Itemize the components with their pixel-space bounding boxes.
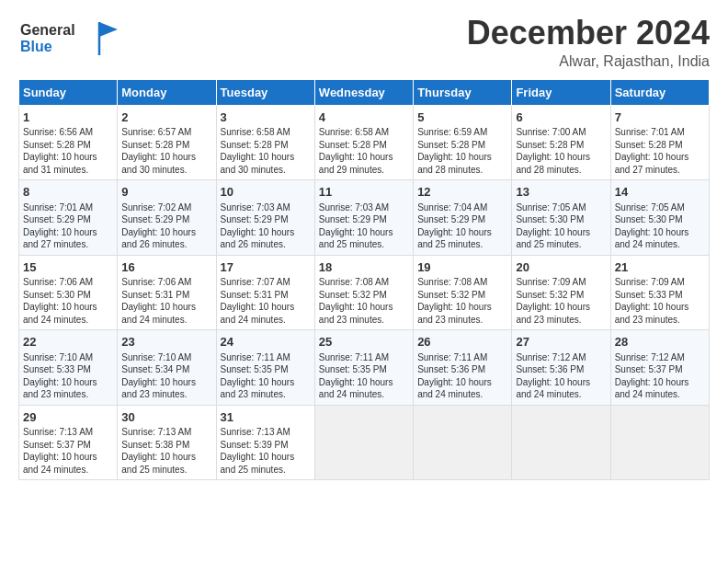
table-row: 3Sunrise: 6:58 AMSunset: 5:28 PMDaylight… bbox=[216, 105, 314, 180]
calendar-week-1: 1Sunrise: 6:56 AMSunset: 5:28 PMDaylight… bbox=[19, 105, 710, 180]
col-wednesday: Wednesday bbox=[314, 79, 413, 105]
sunset-text: Sunset: 5:28 PM bbox=[23, 139, 113, 152]
svg-marker-2 bbox=[99, 22, 118, 37]
table-row: 7Sunrise: 7:01 AMSunset: 5:28 PMDaylight… bbox=[610, 105, 709, 180]
day-number: 7 bbox=[615, 109, 705, 126]
sunset-text: Sunset: 5:36 PM bbox=[417, 363, 507, 376]
daylight-text: Daylight: 10 hours and 28 minutes. bbox=[516, 151, 606, 176]
daylight-text: Daylight: 10 hours and 24 minutes. bbox=[417, 376, 507, 401]
table-row: 23Sunrise: 7:10 AMSunset: 5:34 PMDayligh… bbox=[118, 330, 216, 406]
calendar-body: 1Sunrise: 6:56 AMSunset: 5:28 PMDaylight… bbox=[19, 105, 710, 480]
col-sunday: Sunday bbox=[19, 79, 118, 105]
svg-text:Blue: Blue bbox=[20, 39, 52, 54]
table-row bbox=[512, 405, 610, 480]
daylight-text: Daylight: 10 hours and 27 minutes. bbox=[23, 226, 113, 251]
sunrise-text: Sunrise: 7:00 AM bbox=[516, 126, 606, 139]
table-row: 29Sunrise: 7:13 AMSunset: 5:37 PMDayligh… bbox=[19, 405, 118, 480]
logo: General Blue bbox=[18, 15, 119, 64]
calendar-week-5: 29Sunrise: 7:13 AMSunset: 5:37 PMDayligh… bbox=[19, 405, 710, 480]
calendar-week-3: 15Sunrise: 7:06 AMSunset: 5:30 PMDayligh… bbox=[19, 255, 710, 330]
daylight-text: Daylight: 10 hours and 24 minutes. bbox=[516, 376, 606, 401]
day-number: 2 bbox=[121, 109, 211, 126]
table-row bbox=[314, 405, 413, 480]
title-block: December 2024 Alwar, Rajasthan, India bbox=[467, 15, 710, 70]
sunrise-text: Sunrise: 6:56 AM bbox=[23, 126, 113, 139]
calendar-week-2: 8Sunrise: 7:01 AMSunset: 5:29 PMDaylight… bbox=[19, 180, 710, 256]
sunrise-text: Sunrise: 6:59 AM bbox=[417, 126, 507, 139]
daylight-text: Daylight: 10 hours and 26 minutes. bbox=[121, 226, 211, 251]
sunset-text: Sunset: 5:30 PM bbox=[516, 213, 606, 226]
day-number: 12 bbox=[417, 184, 507, 201]
header: General Blue December 2024 Alwar, Rajast… bbox=[18, 15, 710, 70]
location-title: Alwar, Rajasthan, India bbox=[467, 53, 710, 70]
sunset-text: Sunset: 5:37 PM bbox=[615, 363, 705, 376]
table-row: 20Sunrise: 7:09 AMSunset: 5:32 PMDayligh… bbox=[512, 255, 610, 330]
daylight-text: Daylight: 10 hours and 25 minutes. bbox=[221, 451, 311, 476]
daylight-text: Daylight: 10 hours and 28 minutes. bbox=[417, 151, 507, 176]
day-number: 31 bbox=[221, 409, 311, 426]
day-number: 20 bbox=[516, 259, 606, 276]
sunrise-text: Sunrise: 7:01 AM bbox=[615, 126, 705, 139]
day-number: 23 bbox=[121, 334, 211, 350]
day-number: 15 bbox=[23, 259, 113, 276]
day-number: 11 bbox=[319, 184, 409, 201]
sunrise-text: Sunrise: 7:01 AM bbox=[23, 201, 113, 214]
daylight-text: Daylight: 10 hours and 23 minutes. bbox=[417, 301, 507, 326]
table-row: 10Sunrise: 7:03 AMSunset: 5:29 PMDayligh… bbox=[216, 180, 314, 256]
daylight-text: Daylight: 10 hours and 23 minutes. bbox=[221, 376, 311, 401]
sunset-text: Sunset: 5:33 PM bbox=[615, 289, 705, 302]
sunrise-text: Sunrise: 7:09 AM bbox=[615, 276, 705, 289]
sunrise-text: Sunrise: 7:10 AM bbox=[23, 351, 113, 364]
col-thursday: Thursday bbox=[414, 79, 512, 105]
sunrise-text: Sunrise: 7:11 AM bbox=[221, 351, 311, 364]
daylight-text: Daylight: 10 hours and 25 minutes. bbox=[516, 226, 606, 251]
sunrise-text: Sunrise: 7:13 AM bbox=[221, 426, 311, 439]
sunset-text: Sunset: 5:31 PM bbox=[221, 289, 311, 302]
table-row: 4Sunrise: 6:58 AMSunset: 5:28 PMDaylight… bbox=[314, 105, 413, 180]
sunrise-text: Sunrise: 7:03 AM bbox=[221, 201, 311, 214]
sunrise-text: Sunrise: 7:05 AM bbox=[615, 201, 705, 214]
table-row: 8Sunrise: 7:01 AMSunset: 5:29 PMDaylight… bbox=[19, 180, 118, 256]
day-number: 13 bbox=[516, 184, 606, 201]
sunrise-text: Sunrise: 6:58 AM bbox=[319, 126, 409, 139]
day-number: 26 bbox=[417, 334, 507, 350]
table-row: 11Sunrise: 7:03 AMSunset: 5:29 PMDayligh… bbox=[314, 180, 413, 256]
day-number: 9 bbox=[121, 184, 211, 201]
daylight-text: Daylight: 10 hours and 24 minutes. bbox=[615, 226, 705, 251]
daylight-text: Daylight: 10 hours and 27 minutes. bbox=[615, 151, 705, 176]
table-row: 9Sunrise: 7:02 AMSunset: 5:29 PMDaylight… bbox=[118, 180, 216, 256]
table-row: 21Sunrise: 7:09 AMSunset: 5:33 PMDayligh… bbox=[610, 255, 709, 330]
table-row: 30Sunrise: 7:13 AMSunset: 5:38 PMDayligh… bbox=[118, 405, 216, 480]
sunset-text: Sunset: 5:29 PM bbox=[417, 213, 507, 226]
svg-text:General: General bbox=[20, 22, 75, 38]
sunset-text: Sunset: 5:31 PM bbox=[121, 289, 211, 302]
day-number: 21 bbox=[615, 259, 705, 276]
col-monday: Monday bbox=[118, 79, 216, 105]
month-title: December 2024 bbox=[467, 15, 710, 52]
logo-text: General Blue bbox=[18, 15, 119, 64]
sunset-text: Sunset: 5:38 PM bbox=[121, 439, 211, 452]
daylight-text: Daylight: 10 hours and 23 minutes. bbox=[615, 301, 705, 326]
sunset-text: Sunset: 5:30 PM bbox=[23, 289, 113, 302]
sunrise-text: Sunrise: 7:11 AM bbox=[417, 351, 507, 364]
sunset-text: Sunset: 5:36 PM bbox=[516, 363, 606, 376]
table-row: 6Sunrise: 7:00 AMSunset: 5:28 PMDaylight… bbox=[512, 105, 610, 180]
daylight-text: Daylight: 10 hours and 25 minutes. bbox=[121, 451, 211, 476]
table-row: 26Sunrise: 7:11 AMSunset: 5:36 PMDayligh… bbox=[414, 330, 512, 406]
table-row: 31Sunrise: 7:13 AMSunset: 5:39 PMDayligh… bbox=[216, 405, 314, 480]
daylight-text: Daylight: 10 hours and 24 minutes. bbox=[23, 451, 113, 476]
sunrise-text: Sunrise: 7:06 AM bbox=[23, 276, 113, 289]
sunset-text: Sunset: 5:32 PM bbox=[417, 289, 507, 302]
table-row: 5Sunrise: 6:59 AMSunset: 5:28 PMDaylight… bbox=[414, 105, 512, 180]
table-row: 19Sunrise: 7:08 AMSunset: 5:32 PMDayligh… bbox=[414, 255, 512, 330]
table-row: 13Sunrise: 7:05 AMSunset: 5:30 PMDayligh… bbox=[512, 180, 610, 256]
day-number: 5 bbox=[417, 109, 507, 126]
sunrise-text: Sunrise: 7:11 AM bbox=[319, 351, 409, 364]
day-number: 6 bbox=[516, 109, 606, 126]
day-number: 19 bbox=[417, 259, 507, 276]
daylight-text: Daylight: 10 hours and 24 minutes. bbox=[615, 376, 705, 401]
table-row bbox=[610, 405, 709, 480]
sunrise-text: Sunrise: 7:09 AM bbox=[516, 276, 606, 289]
sunset-text: Sunset: 5:28 PM bbox=[417, 139, 507, 152]
table-row: 28Sunrise: 7:12 AMSunset: 5:37 PMDayligh… bbox=[610, 330, 709, 406]
